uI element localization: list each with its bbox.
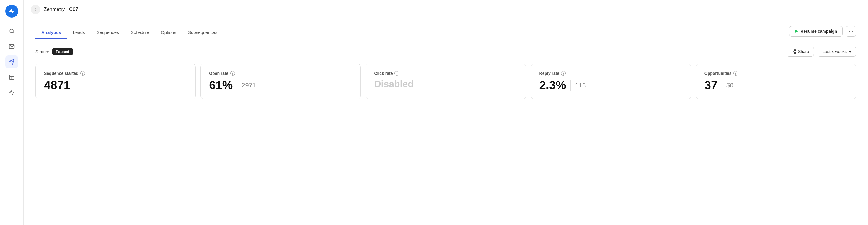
back-button[interactable] bbox=[31, 5, 40, 14]
tabs-actions: Resume campaign ··· bbox=[789, 26, 856, 39]
search-icon bbox=[9, 28, 15, 34]
period-label: Last 4 weeks bbox=[823, 49, 847, 54]
share-icon bbox=[792, 49, 796, 54]
svg-rect-5 bbox=[9, 75, 14, 79]
tabs-bar: Analytics Leads Sequences Schedule Optio… bbox=[35, 26, 856, 39]
templates-nav-icon[interactable] bbox=[5, 71, 18, 84]
stat-secondary-value-open-rate: 2971 bbox=[242, 82, 256, 89]
send-icon bbox=[9, 59, 15, 65]
tab-subsequences[interactable]: Subsequences bbox=[182, 26, 223, 39]
stat-header-open-rate: Open rate i bbox=[209, 71, 352, 76]
stat-main-value-sequence-started: 4871 bbox=[44, 79, 70, 92]
mail-icon bbox=[9, 44, 15, 49]
play-icon bbox=[795, 30, 798, 33]
layers-icon bbox=[9, 74, 15, 80]
page-title: Zenmetry | C07 bbox=[44, 6, 78, 12]
svg-point-10 bbox=[795, 52, 796, 53]
tab-sequences[interactable]: Sequences bbox=[91, 26, 125, 39]
stat-value-row-sequence-started: 4871 bbox=[44, 79, 187, 92]
stat-disabled-click-rate: Disabled bbox=[374, 79, 413, 89]
main-content: Zenmetry | C07 Analytics Leads Sequences… bbox=[24, 0, 868, 225]
stat-value-row-click-rate: Disabled bbox=[374, 79, 517, 89]
tab-leads[interactable]: Leads bbox=[67, 26, 91, 39]
back-arrow-icon bbox=[33, 7, 37, 11]
status-left: Status: Paused bbox=[35, 48, 73, 55]
stat-label-open-rate: Open rate bbox=[209, 71, 228, 76]
stat-header-sequence-started: Sequence started i bbox=[44, 71, 187, 76]
stat-card-reply-rate: Reply rate i 2.3% 113 bbox=[531, 64, 691, 99]
topbar: Zenmetry | C07 bbox=[24, 0, 868, 19]
stat-card-sequence-started: Sequence started i 4871 bbox=[35, 64, 196, 99]
status-row: Status: Paused Share Last 4 weeks ▾ bbox=[35, 46, 856, 57]
info-icon-click-rate[interactable]: i bbox=[395, 71, 399, 76]
stat-secondary-value-reply-rate: 113 bbox=[575, 82, 586, 89]
chart-icon bbox=[9, 89, 15, 96]
stat-header-reply-rate: Reply rate i bbox=[539, 71, 683, 76]
svg-point-9 bbox=[792, 51, 793, 52]
tab-analytics[interactable]: Analytics bbox=[35, 26, 67, 39]
sidebar bbox=[0, 0, 24, 225]
campaigns-nav-icon[interactable] bbox=[5, 55, 18, 68]
stat-separator-reply-rate bbox=[570, 80, 571, 91]
status-right: Share Last 4 weeks ▾ bbox=[786, 46, 856, 57]
content-area: Analytics Leads Sequences Schedule Optio… bbox=[24, 19, 868, 225]
info-icon-open-rate[interactable]: i bbox=[230, 71, 235, 76]
info-icon-opportunities[interactable]: i bbox=[733, 71, 738, 76]
analytics-nav-icon[interactable] bbox=[5, 86, 18, 99]
app-logo[interactable] bbox=[5, 5, 18, 18]
period-chevron-icon: ▾ bbox=[849, 49, 851, 54]
stat-header-click-rate: Click rate i bbox=[374, 71, 517, 76]
stat-separator-opportunities bbox=[721, 80, 722, 91]
more-options-button[interactable]: ··· bbox=[845, 26, 856, 37]
stat-header-opportunities: Opportunities i bbox=[705, 71, 848, 76]
stat-value-row-opportunities: 37 $0 bbox=[705, 79, 848, 92]
tabs-list: Analytics Leads Sequences Schedule Optio… bbox=[35, 26, 789, 39]
tab-schedule[interactable]: Schedule bbox=[125, 26, 155, 39]
stat-label-reply-rate: Reply rate bbox=[539, 71, 559, 76]
share-label: Share bbox=[798, 49, 809, 54]
share-button[interactable]: Share bbox=[786, 46, 814, 57]
tab-options[interactable]: Options bbox=[155, 26, 182, 39]
stats-row: Sequence started i 4871 Open rate i bbox=[35, 64, 856, 99]
svg-line-12 bbox=[793, 50, 795, 51]
mail-nav-icon[interactable] bbox=[5, 40, 18, 53]
stat-separator-open-rate bbox=[237, 80, 237, 91]
resume-campaign-button[interactable]: Resume campaign bbox=[789, 26, 843, 37]
period-selector[interactable]: Last 4 weeks ▾ bbox=[817, 46, 856, 57]
status-label: Status: bbox=[35, 49, 49, 54]
more-icon: ··· bbox=[848, 28, 853, 34]
stat-secondary-value-opportunities: $0 bbox=[726, 82, 733, 89]
stat-value-row-open-rate: 61% 2971 bbox=[209, 79, 352, 92]
info-icon-reply-rate[interactable]: i bbox=[561, 71, 566, 76]
svg-line-1 bbox=[13, 32, 14, 34]
svg-point-8 bbox=[795, 49, 796, 51]
svg-point-0 bbox=[10, 29, 13, 33]
stat-label-click-rate: Click rate bbox=[374, 71, 393, 76]
resume-label: Resume campaign bbox=[800, 29, 837, 34]
stat-value-row-reply-rate: 2.3% 113 bbox=[539, 79, 683, 92]
info-icon-sequence-started[interactable]: i bbox=[80, 71, 85, 76]
status-badge: Paused bbox=[52, 48, 73, 55]
stat-main-value-reply-rate: 2.3% bbox=[539, 79, 566, 92]
stat-label-sequence-started: Sequence started bbox=[44, 71, 79, 76]
stat-label-opportunities: Opportunities bbox=[705, 71, 732, 76]
stat-card-click-rate: Click rate i Disabled bbox=[366, 64, 526, 99]
logo-icon bbox=[8, 8, 16, 15]
stat-main-value-opportunities: 37 bbox=[705, 79, 718, 92]
svg-line-11 bbox=[793, 52, 795, 53]
stat-card-open-rate: Open rate i 61% 2971 bbox=[200, 64, 361, 99]
stat-main-value-open-rate: 61% bbox=[209, 79, 232, 92]
search-nav-icon[interactable] bbox=[5, 25, 18, 38]
stat-card-opportunities: Opportunities i 37 $0 bbox=[696, 64, 856, 99]
